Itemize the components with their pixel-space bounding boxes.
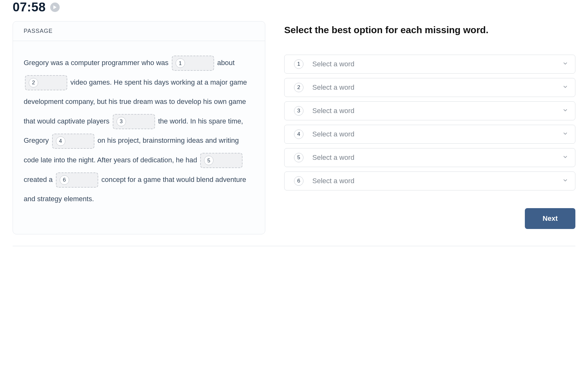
passage-card: PASSAGE Gregory was a computer programme… [13,21,265,234]
select-number: 6 [294,176,303,186]
blank-number: 1 [176,58,185,68]
select-placeholder: Select a word [312,153,562,162]
play-icon [53,5,57,9]
select-number: 5 [294,153,303,162]
select-number: 1 [294,59,303,69]
blank-number: 6 [60,175,69,185]
blank-number: 5 [204,156,213,165]
passage-blank-5[interactable]: 5 [200,153,243,168]
select-placeholder: Select a word [312,60,562,68]
timer-display: 07:58 [13,0,46,14]
chevron-down-icon [562,84,568,91]
next-button[interactable]: Next [525,208,575,229]
select-number: 4 [294,129,303,139]
select-placeholder: Select a word [312,107,562,115]
select-placeholder: Select a word [312,83,562,92]
passage-blank-1[interactable]: 1 [172,56,214,71]
chevron-down-icon [562,177,568,184]
passage-blank-3[interactable]: 3 [113,114,155,129]
blank-number: 4 [56,136,65,146]
passage-blank-2[interactable]: 2 [25,75,67,90]
select-number: 2 [294,83,303,92]
word-select-1[interactable]: 1Select a word [284,55,575,74]
word-select-3[interactable]: 3Select a word [284,101,575,120]
timer-bar: 07:58 [13,0,575,21]
passage-body: Gregory was a computer programmer who wa… [13,41,265,234]
chevron-down-icon [562,61,568,68]
chevron-down-icon [562,154,568,161]
passage-header: PASSAGE [13,21,265,41]
word-select-2[interactable]: 2Select a word [284,78,575,97]
chevron-down-icon [562,131,568,138]
select-placeholder: Select a word [312,130,562,138]
word-select-4[interactable]: 4Select a word [284,125,575,144]
select-placeholder: Select a word [312,177,562,185]
passage-blank-4[interactable]: 4 [52,134,94,149]
blank-number: 2 [29,78,38,87]
chevron-down-icon [562,107,568,114]
select-list: 1Select a word2Select a word3Select a wo… [284,55,575,190]
next-wrap: Next [284,208,575,229]
instruction-text: Select the best option for each missing … [284,23,575,37]
blank-number: 3 [117,117,126,126]
play-button[interactable] [50,3,60,12]
word-select-6[interactable]: 6Select a word [284,171,575,190]
answer-column: Select the best option for each missing … [284,21,575,229]
word-select-5[interactable]: 5Select a word [284,148,575,167]
main-layout: PASSAGE Gregory was a computer programme… [13,21,575,234]
passage-blank-6[interactable]: 6 [56,172,98,188]
footer-divider [13,246,575,246]
select-number: 3 [294,106,303,116]
